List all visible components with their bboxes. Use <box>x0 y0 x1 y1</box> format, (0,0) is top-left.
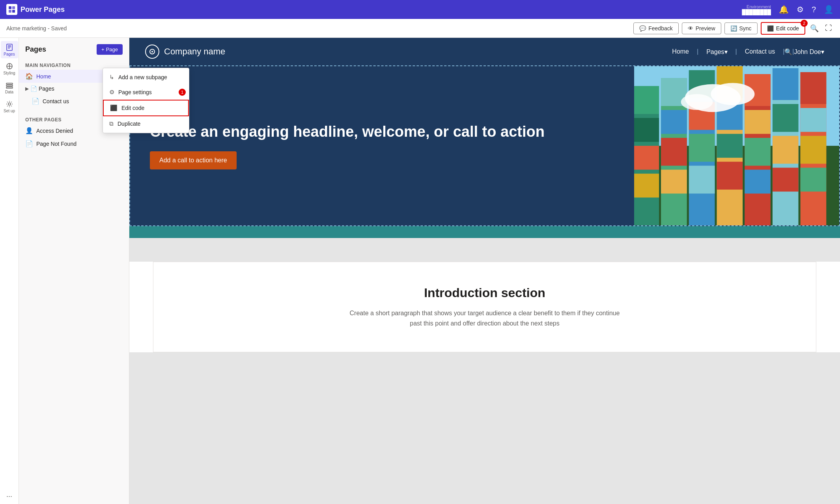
environment-name: ████████ <box>742 9 771 15</box>
feedback-label: Feedback <box>648 25 672 32</box>
svg-rect-41 <box>745 170 771 194</box>
environment-info: Environment ████████ <box>742 4 771 15</box>
preview-icon: 👁 <box>688 25 693 32</box>
hero-image <box>634 66 839 225</box>
context-menu: ↳ Add a new subpage ⚙ Page settings 1 ⬛ … <box>103 68 189 133</box>
svg-rect-20 <box>634 146 659 170</box>
add-icon: + <box>101 46 105 52</box>
hero-cta-button[interactable]: Add a call to action here <box>150 151 237 169</box>
menu-page-settings[interactable]: ⚙ Page settings 1 <box>103 85 189 100</box>
edit-code-context-label: Edit code <box>121 105 144 111</box>
main-content: Company name Home | Pages▾ | Contact us … <box>129 38 840 504</box>
app-logo: Power Pages <box>6 4 65 15</box>
svg-rect-31 <box>689 166 715 194</box>
svg-rect-18 <box>634 86 659 114</box>
home-label: Home <box>36 73 51 80</box>
edit-code-badge: 2 <box>801 20 808 27</box>
page-settings-label: Page settings <box>118 89 152 95</box>
svg-rect-24 <box>661 110 687 134</box>
svg-point-53 <box>711 83 754 105</box>
logo-icon <box>6 4 17 15</box>
preview-button[interactable]: 👁 Preview <box>682 22 721 34</box>
bell-icon[interactable]: 🔔 <box>779 5 789 14</box>
svg-rect-50 <box>801 136 827 164</box>
nav-icon-setup[interactable]: Set up <box>1 98 18 115</box>
access-denied-label: Access Denied <box>36 128 73 134</box>
sidebar: Pages + Page Main navigation 🏠 Home ··· … <box>19 38 129 504</box>
environment-label: Environment <box>747 4 771 9</box>
svg-rect-40 <box>745 138 771 166</box>
company-name: Company name <box>164 46 225 57</box>
site-nav-user[interactable]: John Doe▾ <box>794 48 825 56</box>
expand-button[interactable]: ⛶ <box>823 22 834 34</box>
svg-rect-9 <box>6 83 13 84</box>
topbar-right: Environment ████████ 🔔 ⚙ ? 👤 <box>742 4 834 15</box>
sidebar-item-page-not-found[interactable]: 📄 Page Not Found <box>19 137 129 150</box>
nav-icons: Pages Styling Data Set up ··· <box>0 38 19 504</box>
gray-gap <box>129 238 840 262</box>
intro-text: Create a short paragraph that shows your… <box>347 308 623 328</box>
feedback-icon: 💬 <box>639 25 646 32</box>
svg-rect-49 <box>801 108 827 132</box>
teal-bar <box>129 226 840 238</box>
nav-icon-pages[interactable]: Pages <box>1 41 18 58</box>
sync-button[interactable]: 🔄 Sync <box>724 22 758 34</box>
site-header: Company name Home | Pages▾ | Contact us … <box>129 38 840 65</box>
site-nav-contact[interactable]: Contact us <box>737 48 783 55</box>
menu-edit-code[interactable]: ⬛ Edit code <box>103 100 189 116</box>
svg-rect-46 <box>773 168 799 192</box>
search-icon[interactable]: 🔍 <box>784 48 792 56</box>
svg-rect-19 <box>634 118 659 142</box>
contact-icon: 📄 <box>32 97 39 105</box>
sidebar-header: Pages + Page <box>19 44 129 60</box>
menu-add-subpage[interactable]: ↳ Add a new subpage <box>103 70 189 85</box>
svg-rect-11 <box>6 87 13 88</box>
site-logo: Company name <box>145 45 225 59</box>
add-page-button[interactable]: + Page <box>97 44 123 55</box>
svg-rect-43 <box>773 68 799 100</box>
svg-rect-35 <box>717 134 743 158</box>
doc-title: Akme marketing - Saved <box>6 25 67 32</box>
svg-rect-44 <box>773 104 799 132</box>
svg-rect-45 <box>773 136 799 164</box>
vscode-icon: ⬛ <box>767 25 774 32</box>
menu-duplicate[interactable]: ⧉ Duplicate <box>103 116 189 131</box>
hero-section: Create an engaging headline, welcome, or… <box>129 65 840 226</box>
svg-rect-25 <box>661 138 687 166</box>
edit-code-context-icon: ⬛ <box>110 104 118 112</box>
nav-icon-data[interactable]: Data <box>1 79 18 96</box>
zoom-button[interactable]: 🔍 <box>808 22 820 34</box>
nav-icon-setup-label: Set up <box>4 109 15 113</box>
hero-headline: Create an engaging headline, welcome, or… <box>150 122 614 141</box>
settings-icon[interactable]: ⚙ <box>797 5 804 14</box>
intro-title: Introduction section <box>169 286 800 300</box>
nav-icon-data-label: Data <box>5 90 13 94</box>
svg-rect-39 <box>745 110 771 134</box>
feedback-button[interactable]: 💬 Feedback <box>633 22 678 34</box>
svg-rect-3 <box>12 10 15 13</box>
svg-rect-21 <box>634 174 659 198</box>
site-nav: Home | Pages▾ | Contact us | 🔍 | John Do… <box>664 48 824 56</box>
site-nav-home[interactable]: Home <box>664 48 697 55</box>
layout: Pages Styling Data Set up ··· Pages + Pa… <box>0 38 840 504</box>
hero-left: Create an engaging headline, welcome, or… <box>130 66 634 225</box>
nav-icon-styling[interactable]: Styling <box>1 60 18 77</box>
more-options-icon[interactable]: ··· <box>1 491 18 501</box>
duplicate-icon: ⧉ <box>109 120 114 127</box>
svg-rect-51 <box>801 168 827 192</box>
pages-label: Pages <box>39 86 54 92</box>
toolbar2: Akme marketing - Saved 💬 Feedback 👁 Prev… <box>0 19 840 38</box>
add-page-label: Page <box>106 46 118 52</box>
site-nav-pages[interactable]: Pages▾ <box>698 48 735 56</box>
edit-code-label: Edit code <box>776 25 799 32</box>
sync-label: Sync <box>739 25 752 32</box>
settings-badge: 1 <box>179 89 186 96</box>
page-not-found-icon: 📄 <box>25 140 33 147</box>
bottom-space <box>129 352 840 431</box>
expand-chevron-icon: ▶ <box>25 86 29 91</box>
preview-container: Company name Home | Pages▾ | Contact us … <box>129 38 840 431</box>
help-icon[interactable]: ? <box>812 5 816 14</box>
access-denied-icon: 👤 <box>25 127 33 134</box>
user-avatar[interactable]: 👤 <box>824 5 834 14</box>
edit-code-button-top[interactable]: 2 ⬛ Edit code <box>761 22 805 35</box>
